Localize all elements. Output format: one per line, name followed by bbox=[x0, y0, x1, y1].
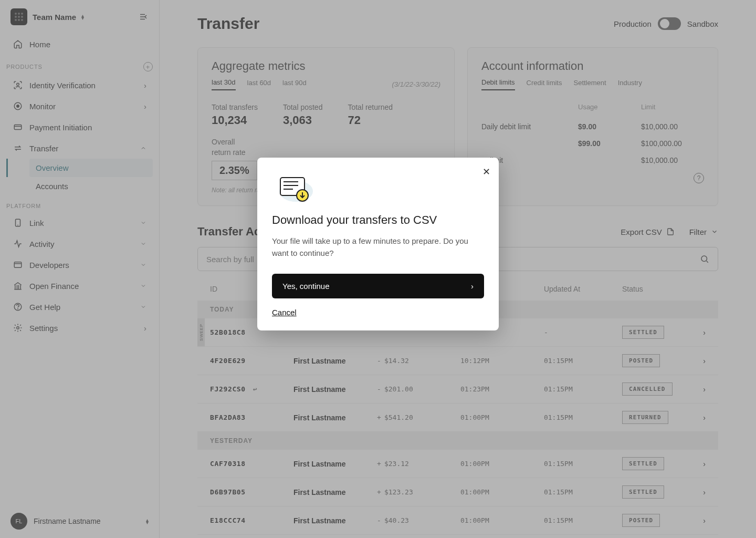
modal-title: Download your transfers to CSV bbox=[272, 213, 484, 227]
modal-cancel-button[interactable]: Cancel bbox=[272, 308, 484, 317]
modal-continue-button[interactable]: Yes, continue › bbox=[272, 274, 484, 298]
chevron-right-icon: › bbox=[471, 282, 474, 291]
modal-body: Your file will take up to a few minutes … bbox=[272, 235, 484, 259]
modal-overlay[interactable]: ✕ Download your transfers to CSV Your fi… bbox=[0, 0, 756, 538]
close-icon[interactable]: ✕ bbox=[482, 166, 490, 178]
download-illustration-icon bbox=[272, 172, 314, 204]
export-csv-modal: ✕ Download your transfers to CSV Your fi… bbox=[257, 158, 499, 330]
